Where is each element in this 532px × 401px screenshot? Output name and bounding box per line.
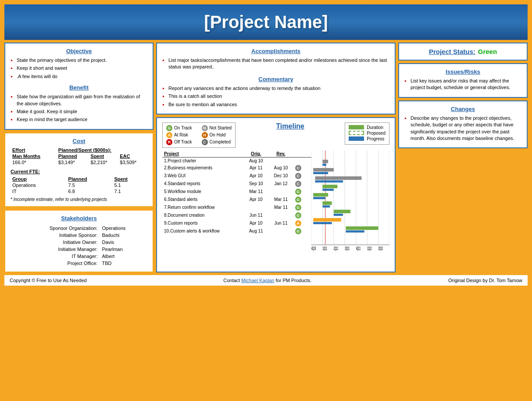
- svg-rect-11: [313, 168, 334, 172]
- footer-contact-prefix: Contact: [223, 278, 241, 283]
- stakeholder-row-0: Sponsor Organization: Operations: [11, 225, 146, 231]
- accomplishments-item-1: List major tasks/accomplishments that ha…: [162, 57, 389, 71]
- footer-copyright: Copyright © Free to Use As Needed: [10, 278, 87, 283]
- svg-text:2Q11: 2Q11: [334, 246, 339, 251]
- accomplishments-title: Accomplishments: [162, 48, 389, 54]
- stakeholder-row-5: Project Office: TBD: [11, 260, 146, 266]
- project-status-3: C: [293, 172, 311, 180]
- status-legend: G On Track N Not Started A At Risk: [162, 122, 236, 148]
- changes-list: Describe any changes to the project obje…: [404, 115, 521, 142]
- fte-row-operations: Operations 7.5 5.1: [11, 182, 147, 188]
- project-name-4: 4.Standard reports: [162, 180, 243, 188]
- project-status-9: A: [293, 219, 311, 227]
- changes-title: Changes: [404, 106, 521, 112]
- benefit-list: State how the organization will gain fro…: [11, 93, 147, 123]
- cost-title: Cost: [11, 138, 147, 144]
- gantt-left-table: Project Orig. Rev. 1.Project charter: [162, 150, 311, 235]
- at-risk-label: At Risk: [174, 132, 188, 137]
- on-track-icon: G: [166, 125, 172, 131]
- stakeholder-row-2: Initiative Owner: Davis: [11, 239, 146, 245]
- project-status-card: Project Status: Green: [398, 43, 528, 61]
- project-rev-8: [268, 211, 293, 219]
- not-started-icon: N: [202, 125, 208, 131]
- gantt-row-workflow: 5.Workflow module Mar 11 G: [162, 188, 311, 196]
- gantt-chart: Project Orig. Rev. 1.Project charter: [162, 150, 389, 252]
- progress-bar-icon: [349, 136, 364, 141]
- fte-col-planned: Planned: [67, 176, 113, 182]
- objective-card: Objective State the primary objectives o…: [4, 43, 154, 130]
- commentary-item-1: Report any variances and the actions und…: [162, 85, 389, 92]
- on-hold-icon: H: [202, 132, 208, 138]
- proposed-label: Proposed: [367, 131, 386, 136]
- cost-card: Cost Effort Planned/Spent ($000s): Man M…: [4, 132, 154, 207]
- svg-rect-23: [313, 218, 341, 222]
- project-status-1: [293, 157, 311, 164]
- svg-text:3Q11: 3Q11: [345, 246, 350, 251]
- page-container: [Project Name] Objective State the prima…: [0, 0, 532, 290]
- footer: Copyright © Free to Use As Needed Contac…: [4, 275, 528, 286]
- benefit-item-3: Keep in mind the target audience: [11, 116, 147, 123]
- svg-rect-26: [346, 230, 364, 233]
- col-planned: Planned: [57, 153, 89, 159]
- svg-rect-25: [346, 226, 378, 230]
- left-column: Objective State the primary objectives o…: [4, 43, 154, 272]
- gantt-row-biz: 2.Business requirements Apr 11 Aug 10 C: [162, 164, 311, 172]
- legend-completed: C Completed: [202, 139, 232, 145]
- stakeholder-val-5: TBD: [100, 260, 146, 266]
- stakeholder-label-3: Initiative Manager:: [11, 246, 99, 252]
- gantt-row-return: 7.Return confirm workflow Mar 11 G: [162, 204, 311, 211]
- gantt-row-alerts: 6.Standard alerts Apr 10 Mar 11 G: [162, 196, 311, 204]
- benefit-item-1: State how the organization will gain fro…: [11, 93, 147, 107]
- legend-not-started: N Not Started: [202, 125, 232, 131]
- col-spent: Spent: [89, 153, 118, 159]
- not-started-label: Not Started: [210, 125, 232, 130]
- project-status-2: C: [293, 164, 311, 172]
- commentary-title: Commentary: [162, 76, 389, 82]
- project-status-5: G: [293, 188, 311, 196]
- fte-it-group: IT: [11, 188, 67, 194]
- legend-duration: Duration: [349, 125, 386, 130]
- svg-rect-22: [334, 214, 343, 216]
- project-rev-5: [268, 188, 293, 196]
- project-status-label: Project Status:: [429, 48, 475, 55]
- gantt-row-std-reports: 4.Standard reports Sep 10 Jan 12 C: [162, 180, 311, 188]
- footer-contact-link[interactable]: Michael Kaplan: [241, 278, 274, 283]
- svg-rect-17: [313, 193, 328, 197]
- stakeholder-label-0: Sponsor Organization:: [11, 225, 99, 231]
- accomplishments-card: Accomplishments List major tasks/accompl…: [156, 43, 396, 115]
- gantt-row-charter: 1.Project charter Aug 10: [162, 157, 311, 164]
- commentary-item-2: This is a catch all section: [162, 93, 389, 100]
- svg-text:2Q12: 2Q12: [378, 246, 383, 251]
- gantt-bars-area: 4Q10 1Q11 2Q11 3Q11 4Q11 1Q12 2Q12: [311, 150, 389, 252]
- issues-risks-card: Issues/Risks List key issues and/or risk…: [398, 63, 528, 98]
- project-status-6: G: [293, 196, 311, 204]
- middle-column: Accomplishments List major tasks/accompl…: [156, 43, 396, 272]
- stakeholder-label-4: IT Manager:: [11, 253, 99, 259]
- header: [Project Name]: [4, 4, 528, 40]
- fte-col-group: Group: [11, 176, 67, 182]
- fte-ops-planned: 7.5: [67, 182, 113, 188]
- fte-ops-spent: 5.1: [112, 182, 147, 188]
- project-name-9: 9.Custom reports: [162, 219, 243, 227]
- gantt-content: Project Orig. Rev. 1.Project charter: [162, 150, 389, 252]
- cost-footnote: * Incomplete estimate, refer to underlyi…: [11, 197, 147, 202]
- at-risk-icon: A: [166, 132, 172, 138]
- val-man-months: 166.0*: [11, 159, 57, 165]
- svg-rect-9: [322, 160, 328, 163]
- on-track-label: On Track: [174, 125, 192, 130]
- svg-rect-24: [313, 222, 332, 224]
- project-orig-9: Apr 10: [243, 219, 268, 227]
- legend-off-track: R Off Track: [166, 139, 196, 145]
- svg-rect-15: [322, 185, 337, 188]
- svg-rect-20: [322, 205, 330, 208]
- fte-it-planned: 6.8: [67, 188, 113, 194]
- stakeholder-val-0: Operations: [100, 225, 146, 231]
- gantt-header-row: Project Orig. Rev.: [162, 150, 311, 158]
- svg-rect-14: [315, 180, 343, 183]
- legend-progress: Progress: [349, 136, 386, 141]
- svg-rect-18: [313, 197, 325, 199]
- project-orig-2: Apr 11: [243, 164, 268, 172]
- footer-credit: Original Design by Dr. Tom Tarnow: [448, 278, 522, 283]
- gantt-row-custom-reports: 9.Custom reports Apr 10 Jun 11 A: [162, 219, 311, 227]
- stakeholder-val-1: Baduchi: [100, 232, 146, 238]
